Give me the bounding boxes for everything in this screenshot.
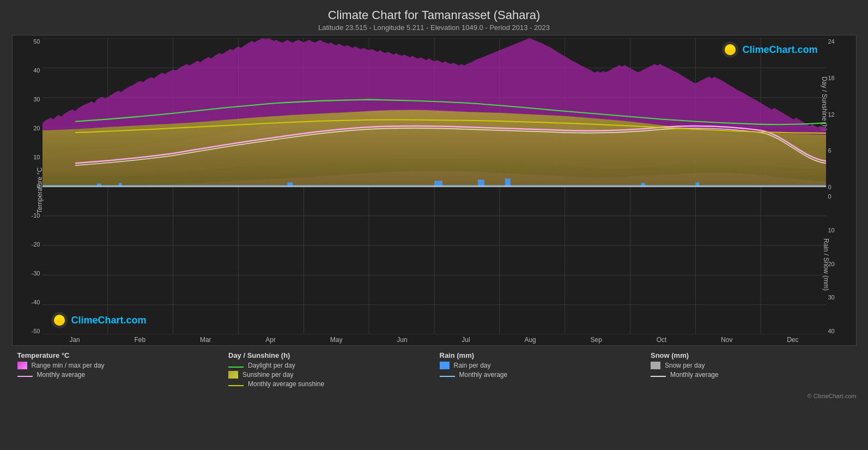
legend-temperature: Temperature °C Range min / max per day M… — [12, 349, 223, 392]
logo-icon-bottom — [51, 311, 68, 329]
sunshine-swatch — [228, 371, 238, 379]
legend-temp-title: Temperature °C — [17, 351, 218, 359]
legend-rain-swatch: Rain per day — [440, 362, 640, 369]
legend-sunshine-avg: Monthly average sunshine — [228, 380, 429, 388]
chart-title: Climate Chart for Tamanrasset (Sahara) — [328, 8, 541, 22]
y-axis-left: 50 40 30 20 10 0 -10 -20 -30 -40 -50 — [13, 35, 43, 345]
chart-subtitle: Latitude 23.515 - Longitude 5.211 - Elev… — [318, 23, 550, 32]
rain-avg-line — [440, 376, 455, 377]
svg-rect-27 — [477, 179, 484, 186]
daylight-line — [228, 367, 244, 368]
legend-daylight-label: Daylight per day — [248, 362, 295, 369]
legend-area: Temperature °C Range min / max per day M… — [12, 349, 857, 392]
watermark-text-top: ClimeChart.com — [742, 44, 817, 56]
logo-icon-top — [721, 41, 739, 58]
legend-daylight: Daylight per day — [228, 362, 429, 369]
chart-area: Temperature °C Day / Sunshine (h) Rain /… — [12, 35, 857, 346]
watermark-text-bottom: ClimeChart.com — [71, 315, 147, 326]
legend-sun-title: Day / Sunshine (h) — [228, 351, 429, 359]
legend-snow-avg: Monthly average — [651, 371, 851, 379]
watermark-bottom-left: ClimeChart.com — [51, 311, 147, 329]
legend-snow-label: Snow per day — [665, 362, 705, 369]
snow-avg-line — [651, 376, 666, 377]
legend-sunshine-avg-label: Monthly average sunshine — [248, 380, 324, 388]
watermark-top-right: ClimeChart.com — [721, 41, 817, 58]
legend-temp-avg: Monthly average — [17, 371, 218, 379]
svg-rect-28 — [505, 178, 510, 186]
snow-swatch — [651, 362, 660, 369]
legend-sunshine-label: Sunshine per day — [242, 371, 293, 379]
legend-temp-range: Range min / max per day — [17, 362, 218, 369]
y-axis-right-bottom: 0 10 20 30 40 — [826, 190, 856, 345]
legend-temp-range-label: Range min / max per day — [32, 362, 105, 369]
legend-rain-label: Rain per day — [454, 362, 491, 369]
rain-swatch — [440, 362, 450, 369]
legend-sunshine: Day / Sunshine (h) Daylight per day Suns… — [223, 349, 434, 392]
copyright: © ClimeChart.com — [12, 393, 857, 399]
sunshine-avg-line — [228, 385, 244, 386]
legend-sunshine-swatch: Sunshine per day — [228, 371, 429, 379]
legend-snow-title: Snow (mm) — [651, 351, 851, 359]
legend-rain-avg-label: Monthly average — [459, 371, 508, 379]
y-axis-right-top: 24 18 12 6 0 — [826, 35, 856, 190]
legend-snow-swatch: Snow per day — [651, 362, 851, 369]
legend-rain: Rain (mm) Rain per day Monthly average — [434, 349, 646, 392]
legend-snow-avg-label: Monthly average — [670, 371, 719, 379]
temp-avg-line — [17, 376, 33, 377]
x-axis-labels: Jan Feb Mar Apr May Jun Jul Aug Sep Oct … — [43, 334, 826, 345]
legend-snow: Snow (mm) Snow per day Monthly average — [645, 349, 857, 392]
legend-rain-avg: Monthly average — [440, 371, 640, 379]
chart-svg-container — [43, 38, 826, 334]
page-wrapper: Climate Chart for Tamanrasset (Sahara) L… — [0, 0, 868, 450]
temp-range-swatch — [17, 362, 27, 369]
legend-temp-avg-label: Monthly average — [37, 371, 86, 379]
legend-rain-title: Rain (mm) — [440, 351, 640, 359]
